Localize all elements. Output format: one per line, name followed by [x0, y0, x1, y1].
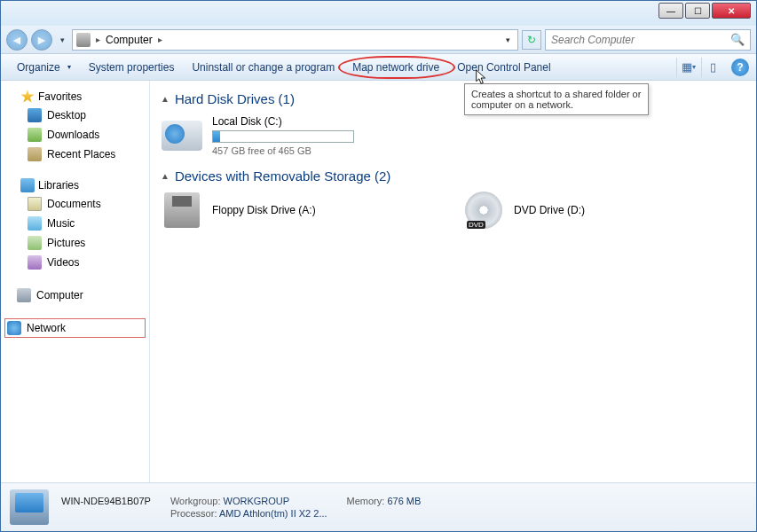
refresh-button[interactable]: ↻	[522, 30, 541, 50]
minimize-button[interactable]: —	[658, 3, 683, 19]
recent-icon	[28, 147, 42, 161]
libraries-icon	[20, 178, 35, 192]
organize-button[interactable]: Organize	[8, 58, 80, 77]
dvd-icon	[465, 192, 502, 229]
desktop-icon	[28, 108, 42, 122]
sidebar-item-label: Pictures	[47, 237, 85, 249]
computer-icon	[76, 33, 91, 47]
chevron-right-icon: ▸	[96, 35, 100, 44]
processor-label: Processor:	[170, 508, 217, 519]
sidebar-item-label: Computer	[36, 289, 83, 301]
memory-value: 676 MB	[387, 496, 421, 506]
sidebar-item-downloads[interactable]: Downloads	[4, 125, 146, 145]
workgroup-label: Workgroup:	[170, 496, 221, 506]
computer-name: WIN-NDE94B1B07P	[61, 496, 151, 506]
computer-large-icon	[10, 489, 49, 525]
collapse-icon: ▲	[161, 171, 170, 181]
section-removable-storage[interactable]: ▲ Devices with Removable Storage (2)	[161, 168, 745, 184]
address-dropdown[interactable]: ▾	[502, 35, 514, 44]
documents-icon	[28, 197, 42, 211]
search-input[interactable]	[551, 34, 730, 46]
forward-button[interactable]: ►	[31, 29, 52, 51]
favorites-header[interactable]: Favorites	[4, 88, 146, 106]
uninstall-program-button[interactable]: Uninstall or change a program	[183, 58, 343, 77]
capacity-bar	[212, 130, 354, 143]
help-button[interactable]: ?	[731, 59, 749, 76]
sidebar-item-recent[interactable]: Recent Places	[4, 145, 146, 164]
preview-pane-button[interactable]: ▯	[701, 58, 724, 77]
drive-dvd[interactable]: DVD Drive (D:)	[462, 192, 729, 228]
hdd-icon	[162, 121, 202, 151]
libraries-header[interactable]: Libraries	[4, 176, 146, 194]
drive-name: Local Disk (C:)	[212, 115, 354, 128]
floppy-icon	[164, 192, 200, 228]
network-icon	[7, 321, 21, 335]
music-icon	[28, 216, 42, 231]
breadcrumb-item[interactable]: Computer	[106, 34, 153, 46]
toolbar: Organize System properties Uninstall or …	[1, 54, 756, 81]
drive-local-disk[interactable]: Local Disk (C:) 457 GB free of 465 GB	[161, 115, 427, 156]
address-bar[interactable]: ▸ Computer ▸ ▾	[72, 29, 518, 51]
sidebar-item-documents[interactable]: Documents	[4, 194, 146, 214]
sidebar-item-network[interactable]: Network	[4, 318, 146, 338]
open-control-panel-button[interactable]: Open Control Panel	[448, 58, 559, 77]
sidebar-item-label: Downloads	[47, 129, 99, 141]
sidebar-item-computer[interactable]: Computer	[4, 285, 146, 306]
system-properties-button[interactable]: System properties	[80, 58, 184, 77]
maximize-button[interactable]: ☐	[685, 3, 710, 19]
sidebar-item-pictures[interactable]: Pictures	[4, 233, 146, 253]
back-button[interactable]: ◄	[6, 29, 28, 51]
pictures-icon	[28, 236, 42, 250]
chevron-right-icon: ▸	[158, 35, 162, 44]
search-icon: 🔍	[730, 33, 745, 46]
drive-name: DVD Drive (D:)	[514, 204, 585, 216]
explorer-window: — ☐ ✕ ◄ ► ▾ ▸ Computer ▸ ▾ ↻ 🔍 Organize …	[0, 0, 757, 532]
processor-value: AMD Athlon(tm) II X2 2...	[219, 508, 327, 519]
downloads-icon	[28, 128, 42, 142]
tooltip: Creates a shortcut to a shared folder or…	[464, 83, 649, 115]
computer-icon	[17, 288, 31, 302]
sidebar-item-label: Desktop	[47, 109, 86, 121]
details-pane: WIN-NDE94B1B07P Workgroup: WORKGROUP Mem…	[1, 482, 756, 531]
section-hard-disk-drives[interactable]: ▲ Hard Disk Drives (1)	[161, 91, 745, 106]
memory-label: Memory:	[347, 496, 385, 506]
view-options-button[interactable]: ▦▾	[676, 58, 699, 77]
sidebar-item-label: Documents	[47, 198, 101, 210]
favorites-label: Favorites	[38, 90, 82, 103]
sidebar-item-label: Videos	[47, 256, 79, 269]
collapse-icon: ▲	[161, 94, 170, 104]
drive-name: Floppy Disk Drive (A:)	[212, 204, 316, 216]
nav-row: ◄ ► ▾ ▸ Computer ▸ ▾ ↻ 🔍	[1, 26, 756, 54]
sidebar-item-label: Network	[27, 322, 66, 334]
map-network-drive-label: Map network drive	[352, 61, 439, 74]
sidebar-item-videos[interactable]: Videos	[4, 253, 146, 272]
libraries-label: Libraries	[38, 179, 79, 192]
history-dropdown[interactable]: ▾	[56, 29, 68, 51]
workgroup-value: WORKGROUP	[224, 496, 290, 506]
section-label: Hard Disk Drives (1)	[175, 91, 295, 106]
close-button[interactable]: ✕	[712, 3, 751, 19]
sidebar-item-desktop[interactable]: Desktop	[4, 106, 146, 125]
navigation-pane: Favorites Desktop Downloads Recent Place…	[1, 81, 150, 482]
map-network-drive-button[interactable]: Map network drive	[343, 58, 448, 77]
videos-icon	[28, 255, 42, 270]
drive-free-space: 457 GB free of 465 GB	[212, 145, 354, 156]
titlebar: — ☐ ✕	[1, 1, 756, 26]
star-icon	[20, 90, 35, 104]
drive-floppy[interactable]: Floppy Disk Drive (A:)	[161, 192, 427, 228]
sidebar-item-music[interactable]: Music	[4, 214, 146, 233]
sidebar-item-label: Recent Places	[47, 148, 115, 160]
search-box[interactable]: 🔍	[545, 29, 751, 51]
sidebar-item-label: Music	[47, 217, 75, 230]
section-label: Devices with Removable Storage (2)	[175, 168, 390, 184]
content-pane: ▲ Hard Disk Drives (1) Local Disk (C:) 4…	[150, 81, 756, 482]
